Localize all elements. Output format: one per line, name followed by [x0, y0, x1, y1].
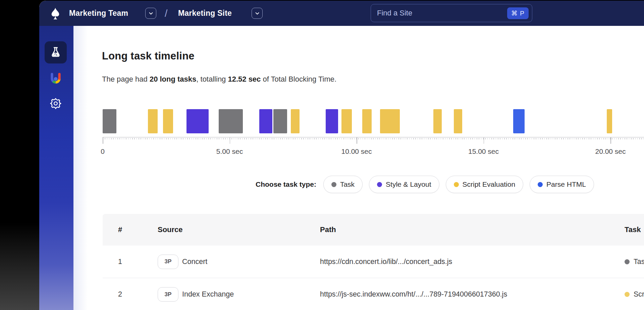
- row-number: 2: [118, 278, 122, 310]
- timeline-task-bar[interactable]: [148, 109, 158, 133]
- sidebar-item-tests[interactable]: [45, 41, 67, 63]
- timeline-task-bar[interactable]: [259, 109, 272, 133]
- header-path: Path: [320, 214, 336, 246]
- filter-pill-style-layout[interactable]: Style & Layout: [369, 176, 439, 193]
- sidebar: [39, 26, 73, 310]
- timeline-task-bar[interactable]: [103, 109, 116, 133]
- main-content: Long task timeline The page had 20 long …: [73, 26, 644, 310]
- x-axis-tick: [610, 137, 611, 144]
- header-source: Source: [158, 214, 183, 246]
- script-evaluation-color-dot: [454, 182, 459, 187]
- gear-icon: [50, 97, 62, 109]
- task-type-label: Task: [634, 258, 644, 266]
- long-task-count: 20 long tasks: [150, 75, 196, 83]
- sidebar-item-chrome-ux[interactable]: [45, 68, 67, 90]
- page-title: Long task timeline: [102, 50, 195, 62]
- team-switcher-label[interactable]: Marketing Team: [69, 1, 128, 26]
- app-window: Marketing Team / Marketing Site Find a S…: [39, 1, 644, 310]
- long-task-timeline-chart: 05.00 sec10.00 sec15.00 sec20.00 sec: [103, 109, 644, 163]
- team-switcher-dropdown[interactable]: [145, 8, 156, 19]
- task-type-dot: [625, 259, 630, 264]
- find-site-search[interactable]: Find a Site ⌘ P: [371, 4, 532, 22]
- header-number: #: [118, 214, 122, 246]
- site-switcher-label[interactable]: Marketing Site: [178, 1, 232, 26]
- x-axis-line: [103, 137, 644, 137]
- third-party-badge: 3P: [158, 255, 178, 269]
- x-axis-minor-ticks: [103, 138, 644, 139]
- table-row[interactable]: 2 3P Index Exchange https://js-sec.index…: [103, 278, 644, 310]
- source-name: Index Exchange: [182, 290, 234, 299]
- desktop-background: Marketing Team / Marketing Site Find a S…: [0, 0, 644, 310]
- timeline-task-bar[interactable]: [186, 109, 209, 133]
- header-task: Task: [625, 214, 641, 246]
- timeline-task-bar[interactable]: [454, 109, 462, 133]
- script-path: https://js-sec.indexww.com/ht/.../...789…: [320, 278, 507, 310]
- filter-pill-parse-html[interactable]: Parse HTML: [530, 176, 594, 193]
- sidebar-item-settings[interactable]: [45, 92, 67, 115]
- summary-text: The page had 20 long tasks, totalling 12…: [102, 75, 336, 84]
- total-blocking-time: 12.52 sec: [228, 75, 261, 83]
- script-path: https://cdn.concert.io/lib/.../concert_a…: [320, 246, 452, 278]
- timeline-task-bar[interactable]: [362, 109, 371, 133]
- x-axis-tick: [484, 137, 484, 144]
- chrome-icon: [49, 72, 62, 85]
- timeline-task-bar[interactable]: [163, 109, 173, 133]
- x-axis-tick: [230, 137, 230, 144]
- chevron-down-icon: [148, 10, 154, 16]
- x-axis-tick-label: 15.00 sec: [468, 147, 499, 156]
- app-logo-spade-icon: [50, 7, 61, 21]
- search-placeholder: Find a Site: [377, 9, 507, 17]
- timeline-task-bar[interactable]: [219, 109, 243, 133]
- third-party-badge: 3P: [158, 287, 178, 302]
- task-type-dot: [625, 292, 630, 297]
- timeline-task-bar[interactable]: [380, 109, 400, 133]
- keyboard-shortcut-badge: ⌘ P: [507, 7, 529, 19]
- timeline-task-bar[interactable]: [433, 109, 441, 133]
- x-axis-tick-label: 10.00 sec: [341, 147, 372, 156]
- table-row[interactable]: 1 3P Concert https://cdn.concert.io/lib/…: [103, 246, 644, 278]
- breadcrumb-separator: /: [165, 1, 167, 26]
- filter-label: Choose task type:: [256, 180, 316, 188]
- timeline-task-bar[interactable]: [513, 109, 525, 133]
- task-color-dot: [331, 182, 336, 187]
- chevron-down-icon: [254, 10, 260, 16]
- x-axis-tick-label: 5.00 sec: [216, 147, 243, 156]
- task-type-label: Script Evaluation: [634, 290, 644, 299]
- top-navigation-bar: Marketing Team / Marketing Site Find a S…: [39, 1, 644, 26]
- table-header-row: # Source Path Task: [103, 214, 644, 246]
- timeline-task-bar[interactable]: [326, 109, 338, 133]
- filter-pill-script-evaluation[interactable]: Script Evaluation: [446, 176, 524, 193]
- parse-html-color-dot: [538, 182, 543, 187]
- site-switcher-dropdown[interactable]: [252, 8, 263, 19]
- task-type-filter: Choose task type: Task Style & Layout Sc…: [256, 176, 594, 193]
- x-axis-tick-label: 20.00 sec: [595, 147, 626, 156]
- long-tasks-table: # Source Path Task 1 3P Concert https://…: [103, 214, 644, 310]
- flask-icon: [49, 46, 62, 59]
- source-name: Concert: [182, 258, 207, 266]
- timeline-task-bar[interactable]: [273, 109, 287, 133]
- x-axis-tick: [103, 137, 103, 144]
- style-layout-color-dot: [377, 182, 382, 187]
- timeline-task-bar[interactable]: [607, 109, 612, 133]
- x-axis-tick: [357, 137, 357, 144]
- timeline-task-bar[interactable]: [291, 109, 300, 133]
- x-axis-tick-label: 0: [101, 147, 105, 156]
- timeline-task-bar[interactable]: [341, 109, 352, 133]
- filter-pill-task[interactable]: Task: [323, 176, 363, 193]
- row-number: 1: [118, 246, 122, 278]
